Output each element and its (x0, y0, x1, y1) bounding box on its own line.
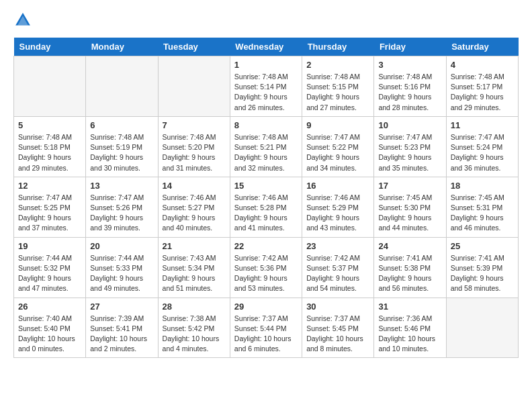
cell-info: Sunrise: 7:47 AM Sunset: 5:22 PM Dayligh… (306, 132, 369, 173)
date-number: 9 (306, 120, 369, 130)
calendar-cell: 23Sunrise: 7:42 AM Sunset: 5:37 PM Dayli… (302, 237, 374, 298)
cell-info: Sunrise: 7:48 AM Sunset: 5:16 PM Dayligh… (378, 72, 441, 113)
date-number: 28 (163, 302, 226, 312)
calendar-cell: 29Sunrise: 7:37 AM Sunset: 5:44 PM Dayli… (230, 298, 302, 358)
calendar-cell (446, 298, 518, 358)
calendar-cell (14, 56, 86, 117)
cell-info: Sunrise: 7:46 AM Sunset: 5:27 PM Dayligh… (163, 193, 226, 234)
calendar-cell: 2Sunrise: 7:48 AM Sunset: 5:15 PM Daylig… (302, 56, 374, 117)
calendar-cell: 31Sunrise: 7:36 AM Sunset: 5:46 PM Dayli… (374, 298, 446, 358)
date-number: 29 (234, 302, 298, 312)
logo-icon (13, 11, 32, 30)
cell-info: Sunrise: 7:45 AM Sunset: 5:30 PM Dayligh… (378, 193, 441, 234)
calendar-cell: 10Sunrise: 7:47 AM Sunset: 5:23 PM Dayli… (374, 116, 446, 177)
logo (13, 11, 35, 30)
calendar-cell: 25Sunrise: 7:41 AM Sunset: 5:39 PM Dayli… (446, 237, 518, 298)
date-number: 7 (163, 120, 226, 130)
date-number: 19 (18, 241, 81, 251)
cell-info: Sunrise: 7:38 AM Sunset: 5:42 PM Dayligh… (163, 314, 226, 355)
week-row-2: 5Sunrise: 7:48 AM Sunset: 5:18 PM Daylig… (14, 116, 519, 177)
calendar-table: SundayMondayTuesdayWednesdayThursdayFrid… (13, 38, 519, 358)
calendar-cell: 28Sunrise: 7:38 AM Sunset: 5:42 PM Dayli… (158, 298, 230, 358)
date-number: 5 (18, 120, 81, 130)
date-number: 26 (18, 302, 81, 312)
date-number: 25 (451, 241, 514, 251)
date-number: 17 (378, 181, 441, 191)
date-number: 20 (90, 241, 153, 251)
cell-info: Sunrise: 7:48 AM Sunset: 5:19 PM Dayligh… (90, 132, 153, 173)
cell-info: Sunrise: 7:47 AM Sunset: 5:23 PM Dayligh… (378, 132, 441, 173)
day-header-sunday: Sunday (14, 38, 86, 56)
calendar-cell: 11Sunrise: 7:47 AM Sunset: 5:24 PM Dayli… (446, 116, 518, 177)
date-number: 16 (306, 181, 369, 191)
calendar-cell: 16Sunrise: 7:46 AM Sunset: 5:29 PM Dayli… (302, 177, 374, 237)
cell-info: Sunrise: 7:40 AM Sunset: 5:40 PM Dayligh… (18, 314, 81, 355)
day-header-saturday: Saturday (446, 38, 518, 56)
cell-info: Sunrise: 7:43 AM Sunset: 5:34 PM Dayligh… (163, 253, 226, 294)
cell-info: Sunrise: 7:48 AM Sunset: 5:18 PM Dayligh… (18, 132, 81, 173)
week-row-5: 26Sunrise: 7:40 AM Sunset: 5:40 PM Dayli… (14, 298, 519, 358)
date-number: 11 (451, 120, 514, 130)
calendar-cell: 19Sunrise: 7:44 AM Sunset: 5:32 PM Dayli… (14, 237, 86, 298)
cell-info: Sunrise: 7:45 AM Sunset: 5:31 PM Dayligh… (451, 193, 514, 234)
day-header-friday: Friday (374, 38, 446, 56)
calendar-cell: 17Sunrise: 7:45 AM Sunset: 5:30 PM Dayli… (374, 177, 446, 237)
date-number: 15 (234, 181, 298, 191)
calendar-cell: 21Sunrise: 7:43 AM Sunset: 5:34 PM Dayli… (158, 237, 230, 298)
calendar-cell: 3Sunrise: 7:48 AM Sunset: 5:16 PM Daylig… (374, 56, 446, 117)
cell-info: Sunrise: 7:37 AM Sunset: 5:45 PM Dayligh… (306, 314, 369, 355)
calendar-cell: 14Sunrise: 7:46 AM Sunset: 5:27 PM Dayli… (158, 177, 230, 237)
calendar-cell: 9Sunrise: 7:47 AM Sunset: 5:22 PM Daylig… (302, 116, 374, 177)
week-row-1: 1Sunrise: 7:48 AM Sunset: 5:14 PM Daylig… (14, 56, 519, 117)
calendar-cell: 27Sunrise: 7:39 AM Sunset: 5:41 PM Dayli… (86, 298, 158, 358)
date-number: 22 (234, 241, 298, 251)
days-header-row: SundayMondayTuesdayWednesdayThursdayFrid… (14, 38, 519, 56)
date-number: 14 (163, 181, 226, 191)
cell-info: Sunrise: 7:46 AM Sunset: 5:28 PM Dayligh… (234, 193, 298, 234)
day-header-wednesday: Wednesday (230, 38, 302, 56)
date-number: 21 (163, 241, 226, 251)
cell-info: Sunrise: 7:36 AM Sunset: 5:46 PM Dayligh… (378, 314, 441, 355)
cell-info: Sunrise: 7:42 AM Sunset: 5:36 PM Dayligh… (234, 253, 298, 294)
date-number: 30 (306, 302, 369, 312)
calendar-cell: 4Sunrise: 7:48 AM Sunset: 5:17 PM Daylig… (446, 56, 518, 117)
cell-info: Sunrise: 7:41 AM Sunset: 5:39 PM Dayligh… (451, 253, 514, 294)
date-number: 2 (306, 60, 369, 70)
page: SundayMondayTuesdayWednesdayThursdayFrid… (0, 0, 532, 371)
calendar-cell: 20Sunrise: 7:44 AM Sunset: 5:33 PM Dayli… (86, 237, 158, 298)
cell-info: Sunrise: 7:48 AM Sunset: 5:21 PM Dayligh… (234, 132, 298, 173)
calendar-cell: 18Sunrise: 7:45 AM Sunset: 5:31 PM Dayli… (446, 177, 518, 237)
date-number: 3 (378, 60, 441, 70)
cell-info: Sunrise: 7:48 AM Sunset: 5:17 PM Dayligh… (451, 72, 514, 113)
date-number: 8 (234, 120, 298, 130)
calendar-cell (86, 56, 158, 117)
calendar-cell: 6Sunrise: 7:48 AM Sunset: 5:19 PM Daylig… (86, 116, 158, 177)
date-number: 13 (90, 181, 153, 191)
calendar-cell: 8Sunrise: 7:48 AM Sunset: 5:21 PM Daylig… (230, 116, 302, 177)
cell-info: Sunrise: 7:44 AM Sunset: 5:32 PM Dayligh… (18, 253, 81, 294)
calendar-cell: 24Sunrise: 7:41 AM Sunset: 5:38 PM Dayli… (374, 237, 446, 298)
week-row-4: 19Sunrise: 7:44 AM Sunset: 5:32 PM Dayli… (14, 237, 519, 298)
date-number: 12 (18, 181, 81, 191)
calendar-cell: 15Sunrise: 7:46 AM Sunset: 5:28 PM Dayli… (230, 177, 302, 237)
date-number: 27 (90, 302, 153, 312)
cell-info: Sunrise: 7:46 AM Sunset: 5:29 PM Dayligh… (306, 193, 369, 234)
cell-info: Sunrise: 7:47 AM Sunset: 5:25 PM Dayligh… (18, 193, 81, 234)
date-number: 10 (378, 120, 441, 130)
calendar-cell: 30Sunrise: 7:37 AM Sunset: 5:45 PM Dayli… (302, 298, 374, 358)
cell-info: Sunrise: 7:48 AM Sunset: 5:20 PM Dayligh… (163, 132, 226, 173)
cell-info: Sunrise: 7:48 AM Sunset: 5:14 PM Dayligh… (234, 72, 298, 113)
date-number: 23 (306, 241, 369, 251)
calendar-cell (158, 56, 230, 117)
header (13, 11, 519, 30)
day-header-monday: Monday (86, 38, 158, 56)
calendar-cell: 22Sunrise: 7:42 AM Sunset: 5:36 PM Dayli… (230, 237, 302, 298)
calendar-cell: 26Sunrise: 7:40 AM Sunset: 5:40 PM Dayli… (14, 298, 86, 358)
date-number: 6 (90, 120, 153, 130)
date-number: 1 (234, 60, 298, 70)
cell-info: Sunrise: 7:39 AM Sunset: 5:41 PM Dayligh… (90, 314, 153, 355)
date-number: 24 (378, 241, 441, 251)
calendar-cell: 7Sunrise: 7:48 AM Sunset: 5:20 PM Daylig… (158, 116, 230, 177)
day-header-thursday: Thursday (302, 38, 374, 56)
cell-info: Sunrise: 7:48 AM Sunset: 5:15 PM Dayligh… (306, 72, 369, 113)
